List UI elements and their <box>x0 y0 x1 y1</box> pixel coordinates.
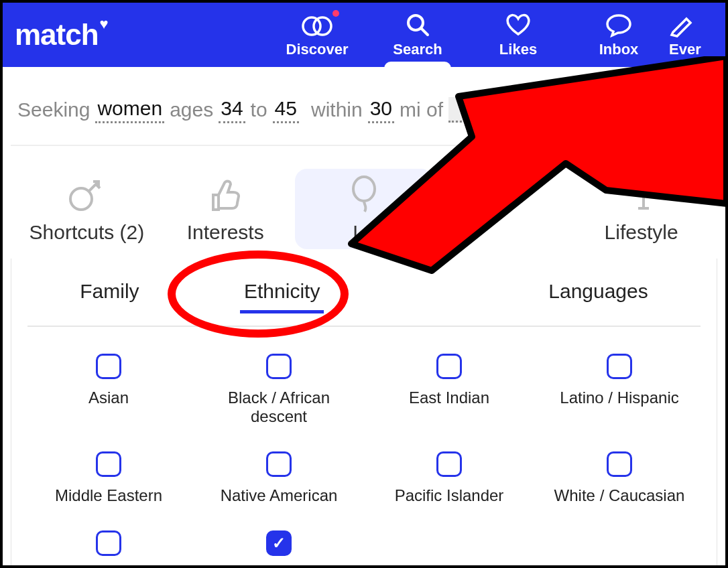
ethnicity-option[interactable]: Other <box>27 530 190 568</box>
ethnicity-option[interactable]: Pacific Islander <box>368 451 530 505</box>
location-input[interactable] <box>448 97 502 123</box>
ethnicity-label: Latino / Hispanic <box>560 388 678 407</box>
category-lifestyle[interactable]: Lifestyle <box>572 169 711 249</box>
brand-name: match <box>15 18 99 52</box>
filters-button[interactable] <box>678 94 711 126</box>
unit-label: mi of <box>400 98 443 121</box>
category-label: Interests <box>187 221 264 244</box>
ethnicity-label: Native American <box>221 486 338 505</box>
nav-label: Ever <box>669 41 701 58</box>
category-looks[interactable]: Lo <box>295 169 434 249</box>
bookmark-button[interactable] <box>595 94 627 126</box>
ethnicity-label: East Indian <box>409 388 489 407</box>
svg-point-11 <box>353 177 375 201</box>
checkbox[interactable] <box>96 354 121 379</box>
subtabs: Family Ethnicity Languages <box>27 277 701 327</box>
category-tabs: Shortcuts (2) Interests Lo Lifestyle <box>3 146 725 256</box>
category-label: Lifestyle <box>605 221 678 244</box>
ethnicity-label: Any <box>265 565 292 568</box>
active-tab-indicator <box>384 62 451 72</box>
ethnicity-option[interactable]: East Indian <box>368 354 530 426</box>
ethnicity-option[interactable]: Native American <box>198 451 360 505</box>
category-shortcuts[interactable]: Shortcuts (2) <box>17 169 156 249</box>
nav-label: Search <box>393 41 442 58</box>
pencil-icon <box>669 11 694 38</box>
heart-icon: ♥ <box>100 17 108 31</box>
svg-point-5 <box>684 104 690 110</box>
ethnicity-options-grid: AsianBlack / African descentEast IndianL… <box>27 354 701 568</box>
nav-search[interactable]: Search <box>367 3 468 67</box>
checkbox[interactable] <box>436 451 462 477</box>
nav-label: Likes <box>499 41 537 58</box>
subtab-ethnicity[interactable]: Ethnicity <box>240 277 324 312</box>
notification-dot-icon <box>332 10 339 17</box>
ethnicity-label: Asian <box>88 388 129 407</box>
top-nav: match ♥ Discover Search <box>3 3 725 67</box>
distance-input[interactable]: 30 <box>368 97 394 123</box>
chat-icon <box>605 11 633 38</box>
nav-likes[interactable]: Likes <box>468 3 568 67</box>
heart-outline-icon <box>504 11 532 38</box>
thumbs-up-icon <box>206 174 244 217</box>
nav-events[interactable]: Ever <box>669 3 717 67</box>
svg-line-3 <box>422 29 428 35</box>
filter-panel: Family Ethnicity Languages AsianBlack / … <box>11 259 717 568</box>
ethnicity-option[interactable]: White / Caucasian <box>538 451 701 505</box>
brand-logo[interactable]: match ♥ <box>15 18 108 52</box>
gender-select[interactable]: women <box>95 97 164 123</box>
ethnicity-option[interactable]: ✓Any <box>198 530 360 568</box>
svg-point-9 <box>699 103 705 109</box>
subtab-family[interactable]: Family <box>76 277 143 312</box>
within-label: within <box>311 98 363 121</box>
search-icon <box>405 11 430 38</box>
svg-point-1 <box>314 17 331 35</box>
sort-button[interactable] <box>637 94 669 126</box>
category-label: Lo <box>353 221 375 244</box>
checkbox[interactable] <box>96 451 121 477</box>
to-label: to <box>251 98 267 121</box>
rings-icon <box>300 11 334 38</box>
ethnicity-label: Middle Eastern <box>55 486 162 505</box>
glass-icon <box>626 174 657 217</box>
ethnicity-option[interactable]: Middle Eastern <box>27 451 190 505</box>
checkbox[interactable] <box>266 451 292 477</box>
nav-label: Discover <box>286 41 349 58</box>
ethnicity-option[interactable]: Latino / Hispanic <box>538 354 701 426</box>
nav-inbox[interactable]: Inbox <box>568 3 669 67</box>
nav-discover[interactable]: Discover <box>267 3 367 67</box>
ethnicity-option[interactable]: Asian <box>27 354 190 426</box>
category-interests[interactable]: Interests <box>156 169 295 249</box>
ethnicity-label: White / Caucasian <box>554 486 685 505</box>
svg-point-7 <box>692 110 697 115</box>
shortcuts-icon <box>66 174 107 217</box>
category-label: Shortcuts (2) <box>29 221 145 244</box>
age-to-input[interactable]: 45 <box>273 97 299 123</box>
ethnicity-label: Other <box>88 565 129 568</box>
ethnicity-label: Black / African descent <box>198 388 360 426</box>
search-criteria-row: Seeking women ages 34 to 45 within 30 mi… <box>3 67 725 145</box>
svg-point-10 <box>70 188 92 210</box>
checkbox[interactable]: ✓ <box>266 530 292 556</box>
subtab-languages[interactable]: Languages <box>544 277 652 312</box>
check-icon: ✓ <box>272 534 286 553</box>
balloon-icon <box>349 174 379 217</box>
checkbox[interactable] <box>266 354 292 379</box>
ethnicity-label: Pacific Islander <box>395 486 504 505</box>
age-from-input[interactable]: 34 <box>219 97 245 123</box>
seeking-label: Seeking <box>17 98 90 121</box>
ages-label: ages <box>170 98 213 121</box>
checkbox[interactable] <box>607 354 632 379</box>
checkbox[interactable] <box>607 451 632 477</box>
checkbox[interactable] <box>96 530 121 556</box>
ethnicity-option[interactable]: Black / African descent <box>198 354 360 426</box>
checkbox[interactable] <box>436 354 462 379</box>
nav-label: Inbox <box>599 41 639 58</box>
